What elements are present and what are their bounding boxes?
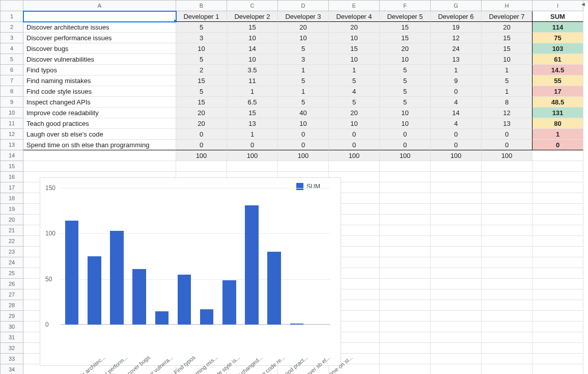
empty-cell[interactable]: [482, 279, 533, 289]
empty-cell[interactable]: [431, 311, 482, 322]
empty-cell[interactable]: [533, 204, 583, 215]
data-cell[interactable]: 0: [278, 129, 329, 140]
row-label[interactable]: Inspect changed APIs: [23, 97, 176, 108]
data-cell[interactable]: 10: [278, 118, 329, 129]
col-header[interactable]: I: [533, 1, 583, 11]
chart-bar[interactable]: [267, 252, 281, 325]
empty-cell[interactable]: [431, 364, 482, 374]
row-header[interactable]: 21: [1, 225, 23, 236]
data-cell[interactable]: 5: [176, 22, 227, 33]
row-header[interactable]: 17: [1, 182, 23, 193]
row-label[interactable]: Find code style issues: [23, 86, 176, 97]
empty-cell[interactable]: [176, 161, 227, 172]
data-cell[interactable]: 4: [431, 118, 482, 129]
header-cell[interactable]: Developer 3: [278, 11, 329, 22]
row-header[interactable]: 10: [1, 108, 23, 118]
data-cell[interactable]: 10: [176, 43, 227, 54]
empty-cell[interactable]: [431, 193, 482, 204]
row-header[interactable]: 23: [1, 247, 23, 257]
data-cell[interactable]: 5: [329, 75, 380, 86]
data-cell[interactable]: 0: [380, 129, 431, 140]
data-cell[interactable]: 20: [329, 22, 380, 33]
empty-cell[interactable]: [533, 225, 583, 236]
empty-cell[interactable]: [482, 332, 533, 343]
col-header[interactable]: E: [329, 1, 380, 11]
data-cell[interactable]: 11: [227, 75, 278, 86]
data-cell[interactable]: 15: [176, 97, 227, 108]
row-header[interactable]: 33: [1, 354, 23, 364]
header-cell[interactable]: Developer 2: [227, 11, 278, 22]
empty-cell[interactable]: [380, 289, 431, 300]
empty-cell[interactable]: [482, 172, 533, 182]
empty-cell[interactable]: [482, 289, 533, 300]
total-cell[interactable]: 100: [176, 150, 227, 161]
data-cell[interactable]: 10: [329, 54, 380, 65]
col-header[interactable]: C: [227, 1, 278, 11]
data-cell[interactable]: 1: [482, 65, 533, 75]
data-cell[interactable]: 4: [329, 86, 380, 97]
empty-cell[interactable]: [380, 322, 431, 332]
row-label[interactable]: Improve code readability: [23, 108, 176, 118]
row-header[interactable]: 28: [1, 300, 23, 311]
empty-cell[interactable]: [380, 182, 431, 193]
row-header[interactable]: 34: [1, 364, 23, 374]
sum-cell[interactable]: 17: [533, 86, 583, 97]
total-cell[interactable]: [23, 150, 176, 161]
empty-cell[interactable]: [533, 311, 583, 322]
data-cell[interactable]: 0: [482, 140, 533, 150]
sum-cell[interactable]: 14.5: [533, 65, 583, 75]
empty-cell[interactable]: [380, 343, 431, 354]
row-header[interactable]: 25: [1, 268, 23, 279]
header-cell[interactable]: SUM: [533, 11, 583, 22]
sum-cell[interactable]: 114: [533, 22, 583, 33]
row-header[interactable]: 19: [1, 204, 23, 215]
data-cell[interactable]: 6.5: [227, 97, 278, 108]
data-cell[interactable]: 3: [278, 54, 329, 65]
empty-cell[interactable]: [431, 215, 482, 225]
col-header[interactable]: H: [482, 1, 533, 11]
sum-cell[interactable]: 48.5: [533, 97, 583, 108]
data-cell[interactable]: 0: [329, 140, 380, 150]
chart-bar[interactable]: [155, 311, 169, 325]
empty-cell[interactable]: [380, 364, 431, 374]
empty-cell[interactable]: [23, 161, 176, 172]
empty-cell[interactable]: [431, 204, 482, 215]
row-label[interactable]: Discover bugs: [23, 43, 176, 54]
empty-cell[interactable]: [533, 182, 583, 193]
data-cell[interactable]: 20: [380, 43, 431, 54]
empty-cell[interactable]: [431, 172, 482, 182]
data-cell[interactable]: 0: [227, 140, 278, 150]
row-label[interactable]: Discover vulnerabilities: [23, 54, 176, 65]
empty-cell[interactable]: [329, 161, 380, 172]
data-cell[interactable]: 40: [278, 108, 329, 118]
empty-cell[interactable]: [380, 236, 431, 247]
total-cell[interactable]: [533, 150, 583, 161]
data-cell[interactable]: 0: [278, 140, 329, 150]
row-header[interactable]: 31: [1, 332, 23, 343]
empty-cell[interactable]: [533, 364, 583, 374]
empty-cell[interactable]: [380, 215, 431, 225]
data-cell[interactable]: 5: [176, 86, 227, 97]
empty-cell[interactable]: [380, 247, 431, 257]
row-header[interactable]: 15: [1, 161, 23, 172]
sum-cell[interactable]: 1: [533, 129, 583, 140]
data-cell[interactable]: 10: [329, 33, 380, 43]
empty-cell[interactable]: [431, 161, 482, 172]
chart-bar[interactable]: [88, 256, 101, 325]
empty-cell[interactable]: [482, 247, 533, 257]
empty-cell[interactable]: [533, 300, 583, 311]
data-cell[interactable]: 2: [176, 65, 227, 75]
col-header[interactable]: B: [176, 1, 227, 11]
data-cell[interactable]: 0: [431, 140, 482, 150]
empty-cell[interactable]: [482, 236, 533, 247]
row-header[interactable]: 26: [1, 279, 23, 289]
empty-cell[interactable]: [482, 225, 533, 236]
col-header[interactable]: D: [278, 1, 329, 11]
col-header[interactable]: G: [431, 1, 482, 11]
sum-cell[interactable]: 61: [533, 54, 583, 65]
data-cell[interactable]: 3: [176, 33, 227, 43]
row-header[interactable]: 27: [1, 289, 23, 300]
sum-cell[interactable]: 55: [533, 75, 583, 86]
chart-bar[interactable]: [132, 269, 146, 325]
data-cell[interactable]: 15: [176, 75, 227, 86]
